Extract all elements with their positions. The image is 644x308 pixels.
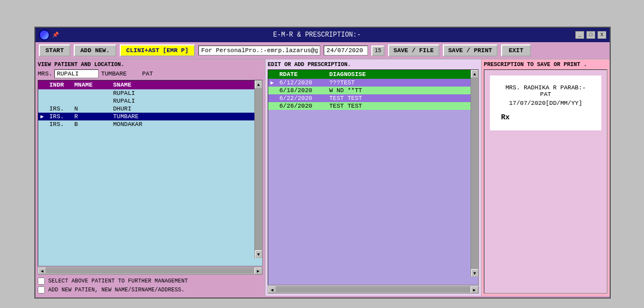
vscroll-down-btn[interactable]: ▼: [255, 250, 262, 258]
prescription-preview-card: MRS. RADHIKA R PARAB:-PAT 17/07/2020[DD/…: [490, 75, 601, 130]
minimize-button[interactable]: _: [575, 31, 584, 39]
email-field[interactable]: [198, 46, 320, 55]
patient-row[interactable]: IRS. N DHURI: [38, 105, 262, 113]
prescription-preview-area: MRS. RADHIKA R PARAB:-PAT 17/07/2020[DD/…: [484, 69, 607, 294]
vscroll-track: [255, 88, 262, 250]
patient-row[interactable]: RUPALI: [38, 97, 262, 105]
preview-date: 17/07/2020[DD/MM/YY]: [501, 100, 590, 107]
title-bar: 📌 E-M-R & PRESCRIPTION:- _ □ X: [35, 28, 610, 42]
checkbox1-row: SELECT ABOVE PATIENT TO FURTHER MANAGEME…: [38, 277, 263, 285]
hscroll-track: [46, 268, 254, 274]
app-icon: [39, 29, 50, 41]
pvscroll-down-btn[interactable]: ▼: [471, 269, 478, 277]
prescription-table: RDATE DIAGNOSISE ▶ 6/12/2020 ???TEST 6/1…: [268, 69, 479, 285]
prescription-row[interactable]: 6/22/2020 TEST TEST: [268, 94, 478, 102]
patient-row-selected[interactable]: ▶ IRS. R TUMBARE: [38, 113, 262, 120]
prescription-empty-area: [268, 110, 478, 154]
col-rdate-header: RDATE: [279, 71, 329, 78]
add-new-button[interactable]: ADD NEW.: [74, 44, 116, 57]
exit-button[interactable]: EXIT: [501, 44, 531, 57]
prescription-hscrollbar[interactable]: ◀ ▶: [268, 286, 479, 294]
hscroll-left-btn[interactable]: ◀: [38, 267, 46, 274]
pin-icon: 📌: [52, 32, 59, 38]
preview-patient-name: MRS. RADHIKA R PARAB:-PAT: [501, 84, 590, 98]
patient-search-row: MRS. TUMBARE PAT: [38, 69, 263, 78]
clinic-button[interactable]: CLINI+AST [EMR P]: [120, 44, 195, 57]
pvscroll-up-btn[interactable]: ▲: [471, 70, 478, 78]
maximize-button[interactable]: □: [586, 31, 595, 39]
close-button[interactable]: X: [597, 31, 606, 39]
prescription-row[interactable]: 6/18/2020 W ND **TT: [268, 87, 478, 94]
left-section-label: VIEW PATIENT AND LOCATION.: [38, 62, 263, 68]
calendar-button[interactable]: 15: [371, 46, 385, 56]
toolbar: START ADD NEW. CLINI+AST [EMR P] 15 SAVE…: [35, 42, 610, 59]
start-button[interactable]: START: [39, 44, 70, 57]
col-indr-header: INDR: [49, 82, 74, 88]
checkbox1-label: SELECT ABOVE PATIENT TO FURTHER MANAGEME…: [48, 278, 188, 284]
phscroll-track: [276, 287, 471, 292]
checkbox2-row: ADD NEW PATIEN, NEW NAME/SIRNAME/ADDRESS…: [38, 286, 263, 294]
pvscroll-track: [471, 78, 478, 269]
prescription-vscrollbar[interactable]: ▲ ▼: [471, 70, 478, 277]
save-print-button[interactable]: SAVE / PRINT: [443, 44, 498, 57]
col-sname-header: SNAME: [113, 82, 260, 88]
right-panel: PRESCRIPTION TO SAVE OR PRINT . MRS. RAD…: [482, 59, 610, 296]
patient-hscrollbar[interactable]: ◀ ▶: [38, 267, 263, 275]
add-new-patient-checkbox[interactable]: [38, 286, 45, 294]
prescription-row[interactable]: ▶ 6/12/2020 ???TEST: [268, 79, 478, 87]
prescription-row[interactable]: 6/26/2020 TEST TEST: [268, 102, 478, 110]
left-panel: VIEW PATIENT AND LOCATION. MRS. TUMBARE …: [35, 59, 265, 296]
mid-section-label: EDIT OR ADD PRESCRIPTION.: [268, 62, 479, 68]
col-mname-header: MNAME: [74, 82, 113, 88]
patient-table: INDR MNAME SNAME RUPALI RUPALI: [38, 80, 263, 266]
preview-rx: Rx: [501, 113, 590, 122]
prescription-table-header: RDATE DIAGNOSISE: [268, 70, 478, 79]
select-patient-checkbox[interactable]: [38, 277, 45, 285]
patient-vscrollbar[interactable]: ▲ ▼: [254, 80, 262, 258]
patient-row[interactable]: RUPALI: [38, 89, 262, 97]
phscroll-left-btn[interactable]: ◀: [268, 286, 276, 293]
vscroll-up-btn[interactable]: ▲: [255, 80, 262, 88]
checkbox2-label: ADD NEW PATIEN, NEW NAME/SIRNAME/ADDRESS…: [48, 287, 185, 293]
patient-row[interactable]: IRS. B MONDAKAR: [38, 120, 262, 128]
search-col3: PAT: [142, 70, 153, 77]
right-section-label: PRESCRIPTION TO SAVE OR PRINT .: [484, 62, 607, 68]
phscroll-right-btn[interactable]: ▶: [471, 286, 478, 293]
col-diag-header: DIAGNOSISE: [329, 71, 476, 78]
date-field[interactable]: [324, 46, 368, 55]
patient-table-header: INDR MNAME SNAME: [38, 80, 262, 89]
hscroll-right-btn[interactable]: ▶: [254, 267, 262, 274]
mid-panel: EDIT OR ADD PRESCRIPTION. RDATE DIAGNOSI…: [265, 59, 482, 296]
search-col2: TUMBARE: [101, 70, 140, 77]
patient-search-input[interactable]: [54, 69, 99, 78]
window-title: E-M-R & PRESCRIPTION:-: [59, 31, 575, 39]
search-prefix: MRS.: [38, 70, 52, 77]
save-file-button[interactable]: SAVE / FILE: [388, 44, 439, 57]
